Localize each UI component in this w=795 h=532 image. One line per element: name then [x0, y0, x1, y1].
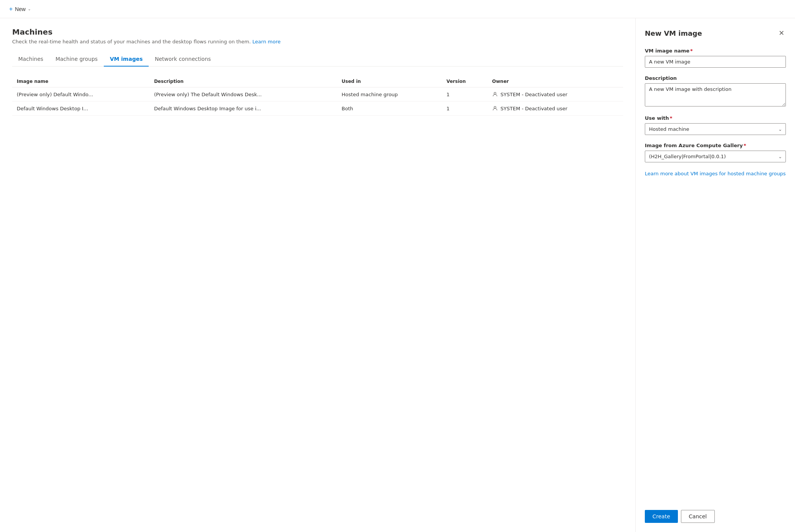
table-row[interactable]: Default Windows Desktop I... Default Win…	[12, 102, 623, 116]
description-label: Description	[645, 75, 786, 81]
tab-network-connections[interactable]: Network connections	[149, 52, 217, 67]
panel-footer: Create Cancel	[645, 501, 786, 523]
panel-header: New VM image ✕	[645, 27, 786, 39]
owner-text: SYSTEM - Deactivated user	[500, 106, 567, 111]
page-subtitle: Check the real-time health and status of…	[12, 39, 623, 44]
owner-text: SYSTEM - Deactivated user	[500, 92, 567, 97]
required-star: *	[690, 48, 693, 54]
cell-owner: SYSTEM - Deactivated user	[487, 87, 623, 102]
use-with-select-wrapper: Hosted machineHosted machine groupBoth ⌄	[645, 123, 786, 135]
new-button-label: New	[15, 6, 25, 12]
content-area: Machines Check the real-time health and …	[0, 18, 635, 532]
col-header-image-name: Image name	[12, 76, 149, 87]
cancel-button[interactable]: Cancel	[681, 510, 715, 523]
image-gallery-label: Image from Azure Compute Gallery*	[645, 143, 786, 148]
cell-version: 1	[442, 102, 487, 116]
vm-images-table: Image name Description Used in Version O…	[12, 76, 623, 116]
col-header-version: Version	[442, 76, 487, 87]
description-group: Description	[645, 75, 786, 108]
panel-title: New VM image	[645, 29, 702, 37]
cell-used-in: Both	[337, 102, 442, 116]
table-row[interactable]: (Preview only) Default Windo... (Preview…	[12, 87, 623, 102]
use-with-select[interactable]: Hosted machineHosted machine groupBoth	[645, 123, 786, 135]
tab-machine-groups[interactable]: Machine groups	[49, 52, 104, 67]
new-button[interactable]: + New ⌄	[6, 3, 34, 15]
chevron-down-icon: ⌄	[28, 7, 31, 11]
use-with-label: Use with*	[645, 115, 786, 121]
tabs-bar: Machines Machine groups VM images Networ…	[12, 52, 623, 67]
cell-used-in: Hosted machine group	[337, 87, 442, 102]
cell-image-name: (Preview only) Default Windo...	[12, 87, 149, 102]
learn-more-link[interactable]: Learn more	[252, 39, 281, 44]
required-star-use-with: *	[670, 115, 673, 121]
vm-image-name-input[interactable]	[645, 56, 786, 68]
user-icon	[492, 105, 498, 111]
close-button[interactable]: ✕	[777, 27, 786, 39]
vm-image-name-group: VM image name*	[645, 48, 786, 68]
cell-description: (Preview only) The Default Windows Desk.…	[149, 87, 337, 102]
col-header-owner: Owner	[487, 76, 623, 87]
cell-owner: SYSTEM - Deactivated user	[487, 102, 623, 116]
image-gallery-select[interactable]: (H2H_Gallery|FromPortal|0.0.1)	[645, 151, 786, 162]
main-layout: Machines Check the real-time health and …	[0, 18, 795, 532]
col-header-used-in: Used in	[337, 76, 442, 87]
svg-point-0	[494, 92, 496, 94]
panel-learn-more-link[interactable]: Learn more about VM images for hosted ma…	[645, 170, 786, 178]
vm-image-name-label: VM image name*	[645, 48, 786, 54]
tab-machines[interactable]: Machines	[12, 52, 49, 67]
tab-vm-images[interactable]: VM images	[104, 52, 149, 67]
top-bar: + New ⌄	[0, 0, 795, 18]
cell-description: Default Windows Desktop Image for use i.…	[149, 102, 337, 116]
svg-point-1	[494, 106, 496, 108]
cell-version: 1	[442, 87, 487, 102]
use-with-group: Use with* Hosted machineHosted machine g…	[645, 115, 786, 135]
user-icon	[492, 91, 498, 97]
image-gallery-select-wrapper: (H2H_Gallery|FromPortal|0.0.1) ⌄	[645, 151, 786, 162]
col-header-description: Description	[149, 76, 337, 87]
cell-image-name: Default Windows Desktop I...	[12, 102, 149, 116]
side-panel: New VM image ✕ VM image name* Descriptio…	[635, 18, 795, 532]
description-textarea[interactable]	[645, 83, 786, 106]
required-star-gallery: *	[744, 143, 746, 148]
plus-icon: +	[9, 6, 13, 13]
page-title: Machines	[12, 27, 623, 37]
create-button[interactable]: Create	[645, 510, 678, 523]
image-gallery-group: Image from Azure Compute Gallery* (H2H_G…	[645, 143, 786, 162]
